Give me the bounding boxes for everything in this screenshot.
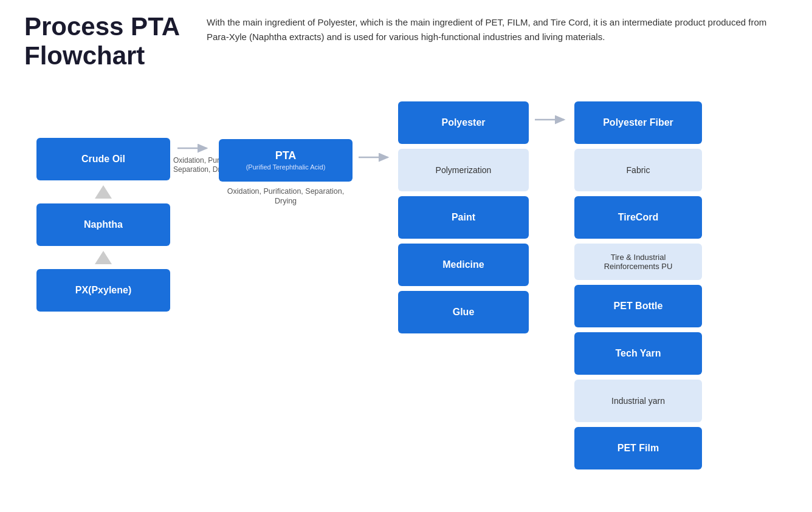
title-line1: Process PTA: [24, 12, 180, 41]
arrow-pta-poly: [353, 89, 398, 166]
industrial-yarn-box: Industrial yarn: [574, 380, 702, 422]
description-block: With the main ingredient of Polyester, w…: [194, 12, 788, 44]
title-block: Process PTA Flowchart: [24, 12, 194, 71]
pta-box: PTA (Purified Terephthalic Acid): [219, 139, 353, 182]
pet-film-box: PET Film: [574, 427, 702, 469]
tirecord-box: TireCord: [574, 196, 702, 239]
process-label-below: Oxidation, Purification, Separation, Dry…: [225, 186, 346, 207]
pta-col: PTA (Purified Terephthalic Acid) Oxidati…: [219, 139, 353, 207]
naphtha-box: Naphtha: [36, 203, 170, 246]
pta-subtitle: (Purified Terephthalic Acid): [246, 163, 326, 171]
title-line2: Flowchart: [24, 41, 145, 70]
description-text: With the main ingredient of Polyester, w…: [207, 15, 788, 44]
polymerization-box: Polymerization: [398, 149, 529, 191]
polyester-fiber-box: Polyester Fiber: [574, 101, 702, 144]
paint-box: Paint: [398, 196, 529, 239]
pet-bottle-box: PET Bottle: [574, 285, 702, 327]
crude-oil-box: Crude Oil: [36, 138, 170, 180]
polyester-box: Polyester: [398, 101, 529, 144]
arrow-poly-right: [529, 89, 574, 129]
polyester-column: Polyester Polymerization Paint Medicine …: [398, 101, 529, 333]
tech-yarn-box: Tech Yarn: [574, 332, 702, 375]
tire-industrial-box: Tire & Industrial Reinforcements PU: [574, 244, 702, 280]
up-arrow-2: [95, 251, 112, 264]
px-box: PX(Pxylene): [36, 269, 170, 312]
right-column: Polyester Fiber Fabric TireCord Tire & I…: [574, 101, 702, 469]
up-arrow-1: [95, 185, 112, 199]
fabric-box: Fabric: [574, 149, 702, 191]
arrow-px-pta: Oxidation, Purification, Separation, Dry…: [170, 89, 219, 175]
left-column: Crude Oil Naphtha PX(Pxylene): [36, 138, 170, 312]
page-title: Process PTA Flowchart: [24, 12, 194, 71]
page-container: Process PTA Flowchart With the main ingr…: [0, 0, 812, 494]
glue-box: Glue: [398, 291, 529, 333]
flowchart: Crude Oil Naphtha PX(Pxylene) Oxidati: [24, 89, 788, 469]
header-section: Process PTA Flowchart With the main ingr…: [24, 12, 788, 71]
medicine-box: Medicine: [398, 244, 529, 286]
